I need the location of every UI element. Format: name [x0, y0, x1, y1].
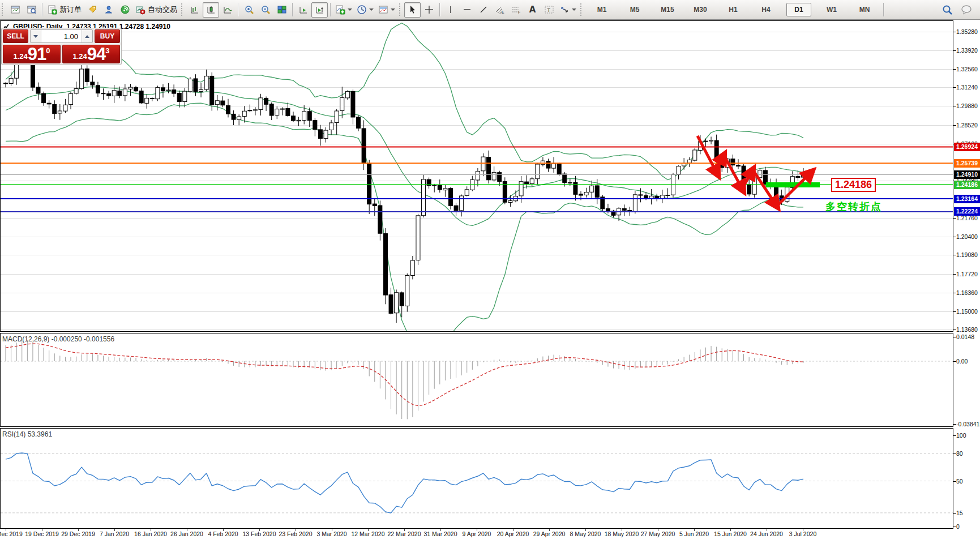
horizontal-line-tool-button[interactable]	[459, 2, 475, 18]
price-level-badge-1.26924: 1.26924	[954, 143, 980, 151]
toolbar-grip[interactable]	[2, 3, 4, 16]
timeframe-button-M1[interactable]: M1	[589, 3, 614, 16]
chart-shift-icon	[315, 5, 325, 15]
shapes-tool-button[interactable]	[557, 2, 579, 18]
timeframe-group: M1M5M15M30H1H4D1W1MN	[585, 3, 881, 16]
date-axis-label: 26 Jan 2020	[170, 531, 203, 537]
cursor-tool-button[interactable]	[404, 2, 421, 18]
equidistant-channel-icon: E	[495, 5, 505, 14]
text-label-tool-button[interactable]: T	[541, 2, 557, 18]
buy-price-tile[interactable]: 1.24943	[62, 45, 120, 63]
bar-chart-icon	[190, 5, 200, 15]
new-order-button[interactable]: 新订单	[45, 2, 84, 18]
new-chart-button[interactable]	[7, 2, 23, 18]
date-axis-label: 9 Apr 2020	[463, 531, 491, 537]
date-axis-label: 4 Feb 2020	[208, 531, 238, 537]
date-axis-label: 29 Dec 2019	[61, 531, 95, 537]
text-tool-icon: A	[529, 5, 536, 15]
templates-button[interactable]	[376, 2, 397, 18]
text-tool-button[interactable]: A	[524, 2, 541, 18]
zoom-in-button[interactable]	[241, 2, 257, 18]
periods-button[interactable]	[354, 2, 376, 18]
trendline-tool-button[interactable]	[475, 2, 491, 18]
signals-button[interactable]	[100, 2, 117, 18]
timeframe-button-H4[interactable]: H4	[754, 3, 778, 16]
profiles-button[interactable]	[23, 2, 40, 18]
svg-text:T: T	[547, 7, 550, 13]
new-order-icon	[47, 5, 57, 15]
crosshair-icon	[425, 5, 434, 14]
tile-windows-button[interactable]	[273, 2, 290, 18]
timeframe-button-D1[interactable]: D1	[786, 3, 811, 16]
date-axis-label: 3 Jul 2020	[789, 531, 816, 537]
rsi-axis-label: 0	[956, 523, 960, 530]
autotrading-button[interactable]: 自动交易	[133, 2, 179, 18]
fibonacci-tool-button[interactable]: F	[508, 2, 524, 18]
indicators-icon	[335, 5, 345, 15]
date-axis-label: 20 Apr 2020	[497, 531, 529, 537]
timeframe-button-H1[interactable]: H1	[721, 3, 746, 16]
timeframe-button-M30[interactable]: M30	[688, 3, 713, 16]
timeframe-button-W1[interactable]: W1	[819, 3, 844, 16]
macd-axis-label: 0.00	[956, 358, 968, 365]
toolbar-right	[942, 5, 978, 15]
cursor-icon	[408, 5, 417, 14]
toolbar-grip[interactable]	[181, 3, 183, 16]
text-label-icon: T	[544, 5, 554, 14]
bar-chart-type-button[interactable]	[186, 2, 203, 18]
price-axis-label: 1.15000	[956, 308, 978, 315]
timeframe-button-MN[interactable]: MN	[852, 3, 877, 16]
community-button[interactable]	[117, 2, 133, 18]
date-axis-label: 10 Dec 2019	[0, 531, 23, 537]
price-level-badge-1.23164: 1.23164	[954, 195, 980, 203]
profiles-icon	[27, 5, 37, 15]
market-button[interactable]	[84, 2, 100, 18]
template-icon	[378, 5, 388, 15]
mt4-terminal: { "toolbar": { "new_order_label": "新订单",…	[0, 0, 980, 539]
volume-decrease-button[interactable]	[31, 30, 41, 42]
date-axis-label: 13 Feb 2020	[243, 531, 276, 537]
search-icon[interactable]	[942, 5, 953, 15]
date-axis-label: 31 Mar 2020	[424, 531, 457, 537]
zoom-out-button[interactable]	[257, 2, 273, 18]
chart-shift-button[interactable]	[311, 2, 328, 18]
price-axis-label: 1.13680	[956, 326, 978, 333]
rsi-axis-label: 50	[956, 478, 963, 485]
toolbar-separator	[238, 3, 238, 16]
volume-input[interactable]: 1.00	[41, 30, 82, 42]
vertical-line-tool-button[interactable]	[442, 2, 459, 18]
zoom-out-icon	[260, 5, 271, 15]
price-axis-label: 1.31240	[956, 84, 978, 91]
auto-scroll-button[interactable]	[295, 2, 311, 18]
sell-price-tile[interactable]: 1.24910	[3, 45, 61, 63]
rsi-axis-label: 15	[956, 510, 963, 516]
crosshair-tool-button[interactable]	[421, 2, 437, 18]
date-axis-label: 15 Jun 2020	[714, 531, 747, 537]
level-callout-1.24186[interactable]: 1.24186	[831, 178, 876, 192]
timeframe-button-M15[interactable]: M15	[655, 3, 680, 16]
chart-window-icon	[10, 5, 20, 15]
toolbar-grip[interactable]	[580, 3, 583, 16]
timeframe-button-M5[interactable]: M5	[622, 3, 647, 16]
date-axis-label: 22 Mar 2020	[388, 531, 421, 537]
sell-button[interactable]: SELL	[3, 29, 28, 43]
indicators-button[interactable]	[333, 2, 354, 18]
date-axis-label: 12 Mar 2020	[352, 531, 385, 537]
tile-windows-icon	[277, 5, 287, 15]
toolbar: 新订单 自动交易	[0, 0, 980, 20]
buy-button[interactable]: BUY	[95, 29, 120, 43]
rsi-label: RSI(14) 53.3961	[2, 430, 52, 438]
line-chart-type-button[interactable]	[219, 2, 236, 18]
toolbar-grip[interactable]	[399, 3, 401, 16]
market-icon	[87, 5, 97, 15]
price-level-badge-1.24910: 1.24910	[954, 170, 980, 179]
toolbar-separator	[439, 3, 440, 16]
zoom-in-icon	[244, 5, 254, 15]
volume-increase-button[interactable]	[82, 30, 92, 42]
chart-canvas[interactable]	[0, 0, 980, 539]
channel-tool-button[interactable]: E	[491, 2, 508, 18]
chat-icon[interactable]	[961, 5, 972, 15]
candle-chart-type-button[interactable]	[203, 2, 219, 18]
shapes-caret	[572, 8, 576, 13]
svg-text:F: F	[518, 10, 520, 14]
